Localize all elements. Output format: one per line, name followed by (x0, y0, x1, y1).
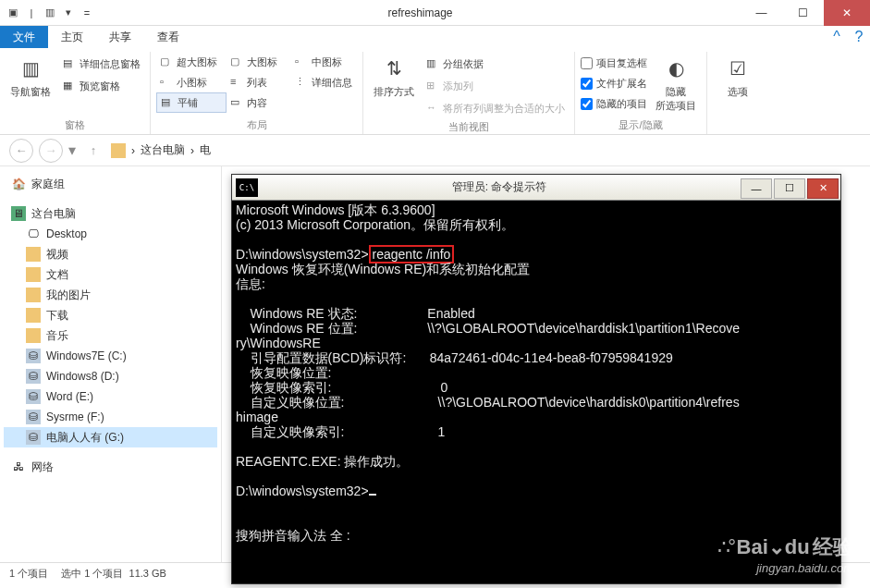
tree-thispc[interactable]: 🖥这台电脑 (4, 203, 217, 224)
new-folder-icon[interactable]: ▾ (61, 6, 76, 20)
tree-pictures[interactable]: 我的图片 (4, 285, 217, 305)
status-selected: 选中 1 个项目 11.3 GB (61, 567, 166, 581)
help-icon[interactable]: ? (848, 26, 870, 48)
xl-icons-button[interactable]: ▢超大图标 (156, 52, 227, 72)
quick-access-toolbar: ▣ | ▥ ▾ = (0, 6, 100, 20)
forward-button[interactable]: → (39, 139, 63, 163)
tree-homegroup[interactable]: 🏠家庭组 (4, 174, 217, 194)
cmd-titlebar[interactable]: C:\ 管理员: 命令提示符 — ☐ ✕ (232, 175, 840, 201)
tree-music[interactable]: 音乐 (4, 325, 217, 346)
details-button[interactable]: ⋮详细信息 (291, 72, 356, 92)
options-icon: ☑ (723, 54, 753, 83)
close-button[interactable]: ✕ (824, 0, 870, 26)
drive-icon: ⛁ (26, 389, 41, 404)
window-titlebar: ▣ | ▥ ▾ = refreshimage — ☐ ✕ (0, 0, 870, 26)
folder-icon (26, 328, 41, 343)
tree-documents[interactable]: 文档 (4, 264, 217, 285)
details-pane-button[interactable]: ▤详细信息窗格 (59, 54, 144, 74)
details-icon: ⋮ (295, 76, 308, 89)
highlighted-command: reagentc /info (369, 245, 455, 263)
folder-icon (26, 247, 41, 262)
breadcrumb-root[interactable]: 这台电脑 (141, 142, 185, 158)
large-icons-button[interactable]: ▢大图标 (227, 52, 291, 72)
tree-videos[interactable]: 视频 (4, 244, 217, 264)
cmd-output[interactable]: Microsoft Windows [版本 6.3.9600] (c) 2013… (232, 201, 840, 583)
content-button[interactable]: ▭内容 (227, 92, 291, 113)
desktop-icon: 🖵 (26, 227, 41, 241)
hide-selected-icon: ◐ (661, 54, 691, 83)
drive-icon: ⛁ (26, 349, 41, 363)
ribbon-group-options: ☑ 选项 (707, 52, 768, 134)
drive-icon: ⛁ (26, 430, 41, 445)
view-tab[interactable]: 查看 (144, 26, 192, 48)
folder-icon (26, 267, 41, 282)
list-button[interactable]: ≡列表 (227, 72, 291, 92)
folder-icon (111, 143, 126, 158)
small-icons-icon: ▫ (160, 76, 173, 89)
breadcrumb-sep: › (131, 144, 135, 157)
share-tab[interactable]: 共享 (96, 26, 144, 48)
add-columns-icon: ⊞ (426, 80, 439, 92)
sort-by-button[interactable]: ⇅ 排序方式 (369, 52, 419, 99)
minimize-button[interactable]: — (741, 0, 782, 26)
medium-icons-icon: ▫ (295, 55, 308, 68)
history-dropdown[interactable]: ▾ (68, 141, 76, 159)
tree-drive-f[interactable]: ⛁Sysrme (F:) (4, 407, 217, 427)
cmd-window-controls: — ☐ ✕ (741, 177, 840, 199)
group-by-button[interactable]: ▥分组依据 (423, 54, 569, 74)
tree-drive-e[interactable]: ⛁Word (E:) (4, 386, 217, 407)
cmd-icon: C:\ (236, 178, 258, 197)
tree-drive-c[interactable]: ⛁Windows7E (C:) (4, 346, 217, 366)
tree-network[interactable]: 🖧网络 (4, 457, 217, 477)
group-by-icon: ▥ (426, 57, 439, 70)
folder-icon (26, 308, 41, 323)
ribbon-group-current-view: ⇅ 排序方式 ▥分组依据 ⊞添加列 ↔将所有列调整为合适的大小 当前视图 (363, 52, 575, 134)
details-pane-icon: ▤ (63, 57, 76, 70)
list-icon: ≡ (230, 76, 243, 89)
breadcrumb[interactable]: › 这台电脑 › 电 (111, 142, 211, 158)
group-label-show: 显示/隐藏 (581, 116, 701, 134)
ribbon-group-panes: ▥ 导航窗格 ▤详细信息窗格 ▦预览窗格 窗格 (0, 52, 151, 134)
hidden-items-toggle[interactable]: 隐藏的项目 (581, 94, 647, 113)
tiles-icon: ▤ (161, 96, 174, 109)
add-columns-button[interactable]: ⊞添加列 (423, 76, 569, 96)
sort-by-icon: ⇅ (379, 54, 409, 83)
tree-desktop[interactable]: 🖵Desktop (4, 224, 217, 244)
tree-downloads[interactable]: 下载 (4, 305, 217, 325)
options-button[interactable]: ☑ 选项 (713, 52, 763, 99)
item-checkboxes-toggle[interactable]: 项目复选框 (581, 54, 647, 72)
tree-drive-g[interactable]: ⛁电脑人人有 (G:) (4, 427, 217, 447)
ribbon-view: ▥ 导航窗格 ▤详细信息窗格 ▦预览窗格 窗格 ▢超大图标 ▢大图标 ▫中图标 … (0, 48, 870, 135)
maximize-button[interactable]: ☐ (782, 0, 824, 26)
preview-pane-button[interactable]: ▦预览窗格 (59, 76, 144, 96)
file-extensions-toggle[interactable]: 文件扩展名 (581, 74, 647, 92)
navigation-tree[interactable]: 🏠家庭组 🖥这台电脑 🖵Desktop 视频 文档 我的图片 下载 音乐 ⛁Wi… (0, 166, 222, 562)
cmd-maximize-button[interactable]: ☐ (774, 178, 805, 199)
homegroup-icon: 🏠 (11, 177, 26, 191)
qat-dropdown-icon[interactable]: = (80, 6, 94, 20)
tiles-button[interactable]: ▤平铺 (156, 92, 227, 113)
home-tab[interactable]: 主页 (48, 26, 96, 48)
file-tab[interactable]: 文件 (0, 26, 48, 48)
hide-selected-button[interactable]: ◐ 隐藏 所选项目 (651, 52, 701, 113)
properties-icon[interactable]: ▥ (43, 6, 57, 20)
breadcrumb-drive[interactable]: 电 (200, 142, 211, 158)
cmd-minimize-button[interactable]: — (741, 178, 772, 199)
medium-icons-button[interactable]: ▫中图标 (291, 52, 356, 72)
autosize-icon: ↔ (426, 102, 439, 115)
drive-icon: ⛁ (26, 410, 41, 424)
address-bar-row: ← → ▾ ↑ › 这台电脑 › 电 (0, 135, 870, 166)
collapse-ribbon-icon[interactable]: ^ (826, 26, 848, 48)
group-label-panes: 窗格 (6, 116, 144, 134)
status-item-count: 1 个项目 (9, 567, 48, 581)
small-icons-button[interactable]: ▫小图标 (156, 72, 227, 92)
tree-drive-d[interactable]: ⛁Windows8 (D:) (4, 366, 217, 386)
autosize-columns-button[interactable]: ↔将所有列调整为合适的大小 (423, 98, 569, 118)
cmd-close-button[interactable]: ✕ (807, 178, 839, 199)
back-button[interactable]: ← (9, 139, 33, 163)
group-label-layout: 布局 (156, 116, 357, 134)
breadcrumb-sep: › (190, 144, 194, 157)
nav-pane-button[interactable]: ▥ 导航窗格 (6, 52, 55, 99)
large-icons-icon: ▢ (230, 55, 243, 68)
up-button[interactable]: ↑ (81, 139, 105, 163)
